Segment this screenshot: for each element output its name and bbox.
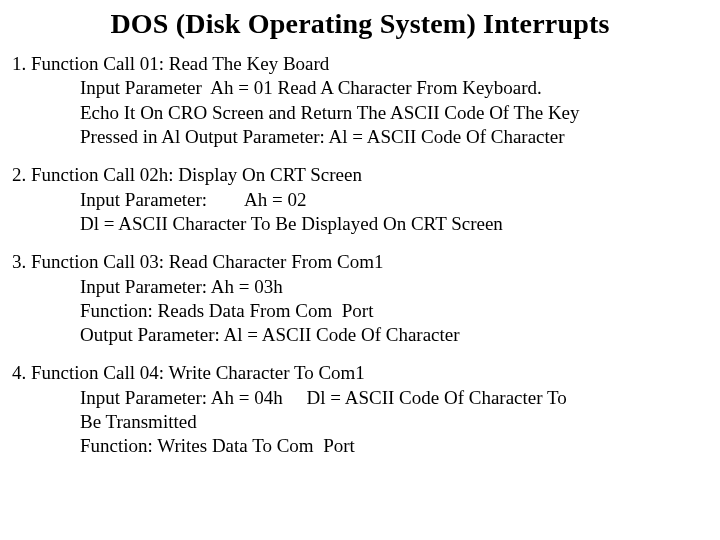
entry-number: 2. <box>12 164 26 185</box>
page-title: DOS (Disk Operating System) Interrupts <box>12 8 708 40</box>
entry-number: 4. <box>12 362 26 383</box>
entry-1: 1. Function Call 01: Read The Key Board … <box>12 52 708 149</box>
entry-title-text: Function Call 03: Read Character From Co… <box>31 251 384 272</box>
entry-title-text: Function Call 02h: Display On CRT Screen <box>31 164 362 185</box>
entry-heading: 4. Function Call 04: Write Character To … <box>12 361 708 385</box>
entry-title-text: Function Call 01: Read The Key Board <box>31 53 329 74</box>
entry-number: 3. <box>12 251 26 272</box>
entry-body: Input Parameter: Ah = 03h Function: Read… <box>12 275 708 348</box>
entry-heading: 1. Function Call 01: Read The Key Board <box>12 52 708 76</box>
entry-2: 2. Function Call 02h: Display On CRT Scr… <box>12 163 708 236</box>
entry-heading: 3. Function Call 03: Read Character From… <box>12 250 708 274</box>
entry-number: 1. <box>12 53 26 74</box>
entry-title-text: Function Call 04: Write Character To Com… <box>31 362 365 383</box>
entry-body: Input Parameter: Ah = 04h Dl = ASCII Cod… <box>12 386 708 459</box>
entry-heading: 2. Function Call 02h: Display On CRT Scr… <box>12 163 708 187</box>
entry-3: 3. Function Call 03: Read Character From… <box>12 250 708 347</box>
entry-body: Input Parameter Ah = 01 Read A Character… <box>12 76 708 149</box>
entry-4: 4. Function Call 04: Write Character To … <box>12 361 708 458</box>
entry-body: Input Parameter: Ah = 02 Dl = ASCII Char… <box>12 188 708 237</box>
